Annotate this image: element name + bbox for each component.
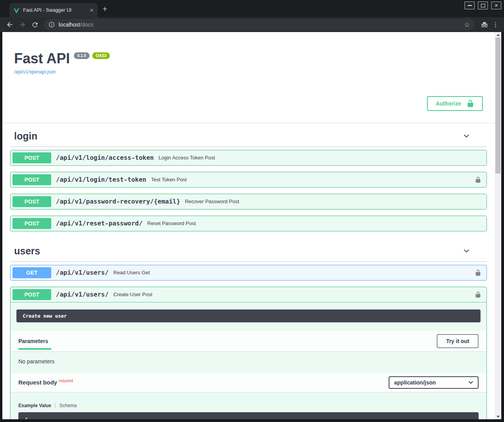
browser-toolbar: localhost/docs ☆ ⋮	[0, 17, 504, 32]
window-controls: ✕	[465, 2, 501, 9]
operation-path: /api/v1/users/	[56, 291, 109, 298]
parameters-header: Parameters Try it out	[11, 331, 486, 351]
browser-window: Fast API - Swagger UI ✕ + ✕ localhost/do…	[0, 0, 504, 422]
swagger-ui: Fast API 0.1.0 OAS3 /api/v1/openapi.json…	[2, 32, 495, 419]
method-badge: POST	[13, 152, 51, 163]
scroll-up-arrow[interactable]	[495, 32, 501, 38]
operation-path: /api/v1/password-recovery/{email}	[56, 198, 180, 205]
request-body-header: Request bodyrequired application/json	[11, 373, 486, 392]
auth-lock-button[interactable]	[475, 269, 481, 277]
chevron-down-icon	[468, 381, 473, 384]
url-text[interactable]: localhost/docs	[59, 21, 460, 28]
operation-path: /api/v1/login/test-token	[56, 176, 146, 183]
unlock-icon	[475, 291, 481, 299]
tag-header-users[interactable]: users	[10, 238, 487, 262]
active-tab-underline	[18, 348, 51, 350]
back-button[interactable]	[4, 19, 16, 30]
scrollbar-thumb[interactable]	[495, 38, 500, 173]
operation-summary: Reset Password Post	[147, 220, 484, 226]
minimize-button[interactable]	[465, 2, 475, 9]
tag-operations-users: GET /api/v1/users/ Read Users Get POST /…	[10, 262, 487, 419]
page-scrollbar[interactable]	[495, 32, 501, 419]
browser-tab[interactable]: Fast API - Swagger UI ✕	[9, 3, 98, 17]
new-tab-button[interactable]: +	[102, 5, 107, 13]
operation-body: Create new user Parameters Try it out No…	[11, 309, 486, 419]
tab-example-value[interactable]: Example Value	[18, 403, 51, 408]
operation-path: /api/v1/users/	[56, 269, 109, 276]
operation-row[interactable]: POST /api/v1/reset-password/ Reset Passw…	[10, 216, 487, 231]
request-body-label: Request body	[18, 379, 57, 386]
method-badge: POST	[13, 196, 51, 207]
required-flag: required	[59, 379, 73, 383]
unlock-icon	[475, 176, 481, 184]
reload-button[interactable]	[29, 19, 41, 30]
operation-row-expanded[interactable]: POST /api/v1/users/ Create User Post Cre…	[10, 287, 487, 419]
method-badge: POST	[13, 174, 51, 185]
operation-path: /api/v1/reset-password/	[56, 220, 143, 227]
tab-schema[interactable]: Schema	[59, 403, 77, 408]
method-badge: POST	[13, 289, 51, 300]
operation-summary: Test Token Post	[151, 177, 475, 182]
auth-lock-button[interactable]	[475, 176, 481, 184]
maximize-button[interactable]	[478, 2, 488, 9]
close-button[interactable]: ✕	[491, 2, 501, 9]
url-host: localhost	[59, 21, 80, 28]
operation-summary: Create User Post	[113, 291, 475, 297]
operation-row[interactable]: POST /api/v1/login/access-token Login Ac…	[10, 150, 487, 166]
operation-path: /api/v1/login/access-token	[56, 154, 154, 161]
method-badge: GET	[13, 267, 51, 278]
oas3-badge: OAS3	[92, 52, 110, 59]
chevron-down-icon[interactable]	[463, 247, 470, 255]
media-type-select[interactable]: application/json	[389, 376, 479, 389]
tag-header-login[interactable]: login	[10, 123, 487, 147]
api-info: Fast API 0.1.0 OAS3 /api/v1/openapi.json	[10, 32, 487, 75]
tag-name: login	[14, 131, 38, 142]
auth-lock-button[interactable]	[475, 291, 481, 299]
incognito-icon	[480, 21, 489, 28]
chevron-down-icon[interactable]	[463, 132, 470, 140]
reload-icon	[31, 21, 39, 29]
bookmark-star-icon[interactable]: ☆	[464, 21, 470, 29]
page-content: Fast API 0.1.0 OAS3 /api/v1/openapi.json…	[2, 32, 501, 419]
version-badge: 0.1.0	[74, 52, 90, 59]
example-code-block[interactable]: {	[18, 412, 479, 419]
scheme-container: Authorize	[2, 84, 495, 123]
openapi-spec-link[interactable]: /api/v1/openapi.json	[14, 69, 56, 75]
tab-close-icon[interactable]: ✕	[90, 8, 94, 13]
tab-title: Fast API - Swagger UI	[23, 7, 86, 13]
forward-arrow-icon	[18, 21, 26, 29]
tab-parameters: Parameters	[18, 336, 48, 350]
forward-button[interactable]	[16, 19, 28, 30]
operation-row[interactable]: POST /api/v1/password-recovery/{email} R…	[10, 194, 487, 209]
no-parameters-text: No parameters	[11, 351, 486, 373]
media-type-value: application/json	[394, 379, 436, 386]
unlock-icon	[475, 269, 481, 277]
tab-divider	[55, 403, 56, 408]
operation-row[interactable]: GET /api/v1/users/ Read Users Get	[10, 265, 487, 281]
method-badge: POST	[13, 218, 51, 229]
operation-summary: Login Access Token Post	[158, 155, 484, 161]
url-path: /docs	[80, 21, 93, 28]
try-it-out-button[interactable]: Try it out	[437, 334, 479, 348]
authorize-button[interactable]: Authorize	[427, 96, 483, 111]
tab-strip: Fast API - Swagger UI ✕ + ✕	[0, 0, 504, 17]
site-info-icon[interactable]	[48, 21, 55, 28]
scroll-down-arrow[interactable]	[495, 414, 501, 419]
tag-operations-login: POST /api/v1/login/access-token Login Ac…	[10, 147, 487, 231]
back-arrow-icon	[6, 21, 14, 29]
fastapi-favicon-icon	[13, 7, 20, 13]
unlock-icon	[466, 100, 474, 107]
operation-summary: Read Users Get	[113, 270, 475, 275]
incognito-button[interactable]	[479, 19, 490, 30]
operation-description: Create new user	[16, 309, 481, 322]
browser-menu-icon[interactable]: ⋮	[493, 21, 499, 28]
operation-summary: Recover Password Post	[185, 198, 484, 204]
model-example-tabs: Example Value Schema	[11, 392, 486, 412]
tag-name: users	[14, 245, 40, 257]
operation-row[interactable]: POST /api/v1/login/test-token Test Token…	[10, 172, 487, 188]
address-bar[interactable]: localhost/docs ☆	[44, 19, 475, 30]
page-title: Fast API	[14, 51, 70, 66]
authorize-label: Authorize	[436, 100, 461, 107]
